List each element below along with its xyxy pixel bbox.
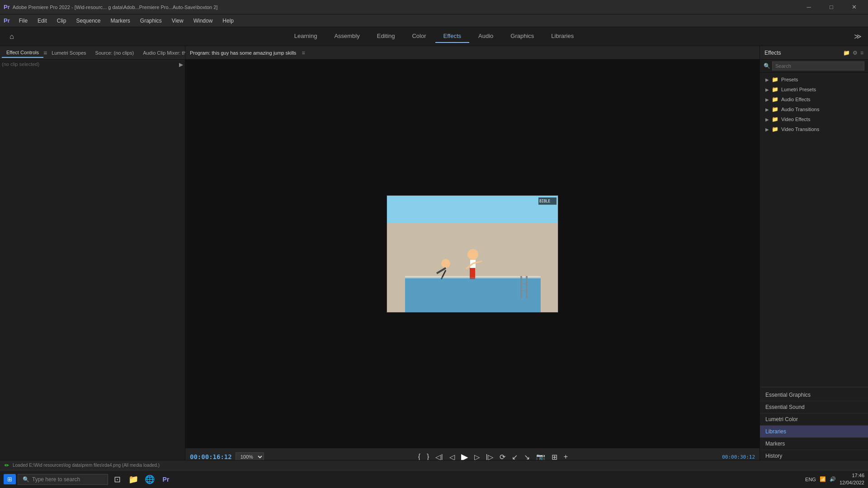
tree-item-audio-effects[interactable]: ▶ 📁 Audio Effects bbox=[760, 94, 868, 104]
tab-learning[interactable]: Learning bbox=[286, 30, 326, 43]
window-title: Adobe Premiere Pro 2022 - [Wid-resourc..… bbox=[13, 5, 218, 10]
pencil-icon: ✏ bbox=[5, 462, 9, 469]
arrow-icon: ▶ bbox=[765, 107, 769, 112]
app-logo-menu: Pr bbox=[4, 17, 10, 24]
program-title: Program: this guy has some amazing jump … bbox=[190, 50, 296, 56]
tree-item-audio-transitions[interactable]: ▶ 📁 Audio Transitions bbox=[760, 104, 868, 114]
start-button[interactable]: ⊞ bbox=[4, 474, 16, 484]
section-essential-sound[interactable]: Essential Sound bbox=[760, 401, 868, 413]
svg-rect-17 bbox=[405, 277, 541, 313]
arrow-icon: ▶ bbox=[765, 87, 769, 92]
title-bar-left: Pr Adobe Premiere Pro 2022 - [Wid-resour… bbox=[4, 4, 217, 10]
folder-icon: 📁 bbox=[772, 106, 778, 113]
status-message: Loaded E:\Wid resources\log data\prem fi… bbox=[13, 463, 160, 468]
taskbar-time: 17:46 12/04/2022 bbox=[840, 472, 864, 486]
program-menu-button[interactable]: ≡ bbox=[302, 50, 305, 56]
center-panel: Program: this guy has some amazing jump … bbox=[185, 46, 760, 474]
taskbar: ⊞ 🔍 Type here to search ⊡ 📁 🌐 Pr ENG 📶 🔊… bbox=[0, 470, 868, 488]
app-logo: Pr bbox=[4, 4, 10, 10]
svg-point-8 bbox=[467, 249, 478, 260]
browser-icon[interactable]: 🌐 bbox=[142, 472, 157, 487]
title-bar-controls: ─ □ ✕ bbox=[798, 0, 864, 14]
tree-item-video-transitions[interactable]: ▶ 📁 Video Transitions bbox=[760, 124, 868, 134]
file-explorer-icon[interactable]: 📁 bbox=[126, 472, 141, 487]
tab-audio[interactable]: Audio bbox=[470, 30, 501, 43]
arrow-icon: ▶ bbox=[765, 117, 769, 122]
tree-item-lumetri-presets[interactable]: ▶ 📁 Lumetri Presets bbox=[760, 84, 868, 94]
menu-file[interactable]: File bbox=[14, 16, 32, 26]
arrow-icon: ▶ bbox=[765, 97, 769, 102]
right-panel: Effects 📁 ⚙ ≡ 🔍 ▶ 📁 Presets ▶ 📁 Lumetri … bbox=[760, 46, 868, 474]
network-icon: 📶 bbox=[820, 476, 826, 482]
video-area: BIBLE bbox=[185, 60, 760, 448]
close-button[interactable]: ✕ bbox=[844, 0, 864, 14]
program-timecode: 00:00:16:12 bbox=[190, 453, 232, 460]
volume-icon[interactable]: 🔊 bbox=[830, 476, 836, 482]
task-view-button[interactable]: ⊡ bbox=[110, 472, 124, 487]
menu-edit[interactable]: Edit bbox=[33, 16, 52, 26]
tab-lumetri-scopes[interactable]: Lumetri Scopes bbox=[47, 48, 90, 57]
left-panel: Effect Controls ≡ Lumetri Scopes Source:… bbox=[0, 46, 185, 474]
effects-title: Effects bbox=[764, 50, 781, 56]
expand-arrow[interactable]: ▶ bbox=[179, 61, 183, 68]
tab-libraries[interactable]: Libraries bbox=[543, 30, 582, 43]
premiere-icon[interactable]: Pr bbox=[159, 472, 173, 487]
maximize-button[interactable]: □ bbox=[821, 0, 842, 14]
main-area: Effect Controls ≡ Lumetri Scopes Source:… bbox=[0, 46, 868, 474]
tab-graphics[interactable]: Graphics bbox=[502, 30, 542, 43]
program-duration: 00:00:30:12 bbox=[722, 454, 755, 460]
tab-source[interactable]: Source: (no clips) bbox=[91, 48, 139, 57]
search-icon: 🔍 bbox=[23, 476, 29, 483]
menu-markers[interactable]: Markers bbox=[106, 16, 134, 26]
section-markers[interactable]: Markers bbox=[760, 438, 868, 450]
search-icon: 🔍 bbox=[764, 63, 770, 69]
time-display: 17:46 bbox=[840, 472, 864, 479]
search-placeholder: Type here to search bbox=[32, 476, 80, 483]
arrow-icon: ▶ bbox=[765, 127, 769, 132]
tree-item-video-effects[interactable]: ▶ 📁 Video Effects bbox=[760, 114, 868, 124]
minimize-button[interactable]: ─ bbox=[798, 0, 819, 14]
section-libraries[interactable]: Libraries bbox=[760, 426, 868, 438]
folder-icon: 📁 bbox=[772, 116, 778, 122]
taskbar-search[interactable]: 🔍 Type here to search bbox=[18, 474, 108, 485]
tree-label: Video Transitions bbox=[781, 127, 819, 132]
effects-search-input[interactable] bbox=[772, 61, 864, 70]
workspace-more-button[interactable]: ≫ bbox=[851, 30, 864, 43]
menu-graphics[interactable]: Graphics bbox=[136, 16, 166, 26]
tab-color[interactable]: Color bbox=[404, 30, 434, 43]
home-button[interactable]: ⌂ bbox=[4, 28, 20, 45]
menu-clip[interactable]: Clip bbox=[52, 16, 71, 26]
tab-effect-controls[interactable]: Effect Controls bbox=[2, 48, 43, 58]
arrow-icon: ▶ bbox=[765, 77, 769, 82]
tab-effects[interactable]: Effects bbox=[435, 30, 470, 43]
no-clip-label: (no clip selected) ▶ bbox=[0, 60, 185, 463]
menu-view[interactable]: View bbox=[167, 16, 188, 26]
menu-sequence[interactable]: Sequence bbox=[71, 16, 105, 26]
taskbar-sys: ENG 📶 🔊 17:46 12/04/2022 bbox=[805, 472, 864, 486]
menu-window[interactable]: Window bbox=[189, 16, 217, 26]
tab-editing[interactable]: Editing bbox=[369, 30, 403, 43]
tree-label: Video Effects bbox=[781, 117, 810, 122]
status-bar: ✏ Loaded E:\Wid resources\log data\prem … bbox=[0, 460, 868, 470]
tree-label: Audio Effects bbox=[781, 97, 811, 102]
effects-tree: ▶ 📁 Presets ▶ 📁 Lumetri Presets ▶ 📁 Audi… bbox=[760, 73, 868, 385]
panel-tabs: Effect Controls ≡ Lumetri Scopes Source:… bbox=[0, 46, 185, 60]
folder-icon: 📁 bbox=[772, 86, 778, 93]
folder-icon: 📁 bbox=[772, 76, 778, 83]
menu-help[interactable]: Help bbox=[218, 16, 238, 26]
effects-new-folder-icon[interactable]: 📁 bbox=[843, 50, 850, 56]
section-essential-graphics[interactable]: Essential Graphics bbox=[760, 389, 868, 401]
program-header: Program: this guy has some amazing jump … bbox=[185, 46, 760, 60]
divider bbox=[760, 387, 868, 387]
tree-label: Presets bbox=[781, 77, 798, 82]
panel-menu-icon[interactable]: ≡ bbox=[43, 49, 47, 56]
folder-icon: 📁 bbox=[772, 96, 778, 103]
tab-assembly[interactable]: Assembly bbox=[326, 30, 368, 43]
effects-icons: 📁 ⚙ ≡ bbox=[843, 50, 863, 56]
menu-bar: Pr File Edit Clip Sequence Markers Graph… bbox=[0, 14, 868, 27]
section-lumetri-color[interactable]: Lumetri Color bbox=[760, 413, 868, 426]
effects-icon2[interactable]: ⚙ bbox=[853, 50, 858, 56]
effects-menu-icon[interactable]: ≡ bbox=[860, 50, 863, 56]
title-bar: Pr Adobe Premiere Pro 2022 - [Wid-resour… bbox=[0, 0, 868, 14]
tree-item-presets[interactable]: ▶ 📁 Presets bbox=[760, 75, 868, 84]
